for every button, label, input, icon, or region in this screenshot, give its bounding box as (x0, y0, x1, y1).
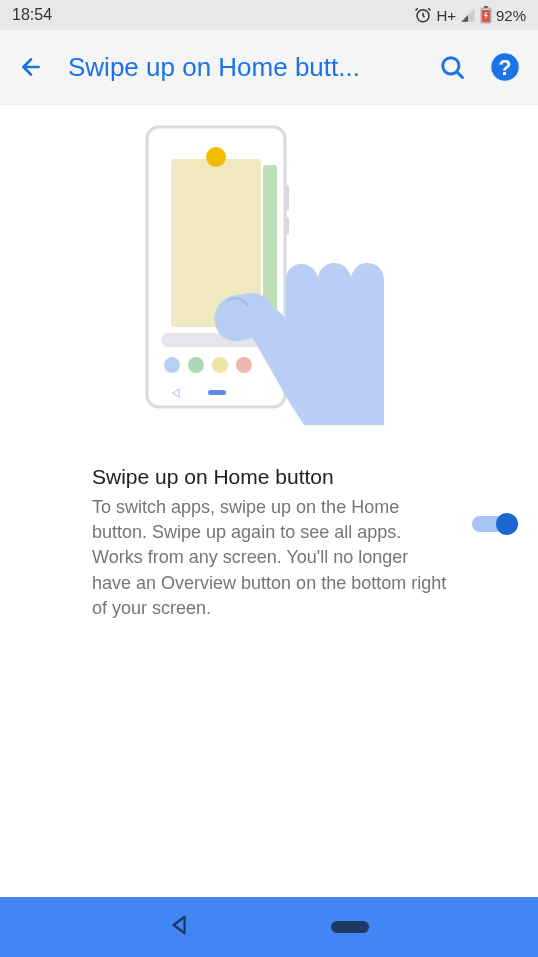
svg-point-15 (188, 357, 204, 373)
svg-point-12 (206, 147, 226, 167)
battery-percentage: 92% (496, 7, 526, 24)
svg-rect-2 (484, 6, 488, 8)
status-indicators: H+ 92% (414, 6, 526, 24)
setting-row: Swipe up on Home button To switch apps, … (0, 445, 538, 641)
svg-rect-18 (208, 390, 226, 395)
svg-point-16 (212, 357, 228, 373)
svg-rect-9 (285, 217, 289, 235)
nav-back-button[interactable] (169, 914, 191, 940)
swipe-up-toggle[interactable] (472, 513, 516, 535)
content-area: Swipe up on Home button To switch apps, … (0, 105, 538, 641)
help-icon[interactable]: ? (490, 52, 520, 82)
app-bar: Swipe up on Home butt... ? (0, 30, 538, 105)
system-nav-bar (0, 897, 538, 957)
battery-icon (480, 6, 492, 24)
nav-home-pill[interactable] (331, 921, 369, 933)
back-button[interactable] (18, 54, 44, 80)
setting-description: To switch apps, swipe up on the Home but… (92, 495, 452, 621)
signal-icon (460, 7, 476, 23)
svg-rect-8 (285, 185, 289, 211)
search-icon[interactable] (438, 53, 466, 81)
svg-point-14 (164, 357, 180, 373)
svg-point-17 (236, 357, 252, 373)
page-title: Swipe up on Home butt... (68, 52, 414, 83)
status-time: 18:54 (12, 6, 52, 24)
svg-text:?: ? (499, 56, 512, 80)
alarm-icon (414, 6, 432, 24)
network-type: H+ (436, 7, 456, 24)
svg-rect-11 (263, 165, 277, 317)
setting-text: Swipe up on Home button To switch apps, … (92, 465, 452, 621)
status-bar: 18:54 H+ 92% (0, 0, 538, 30)
setting-title: Swipe up on Home button (92, 465, 452, 489)
illustration (0, 125, 538, 445)
